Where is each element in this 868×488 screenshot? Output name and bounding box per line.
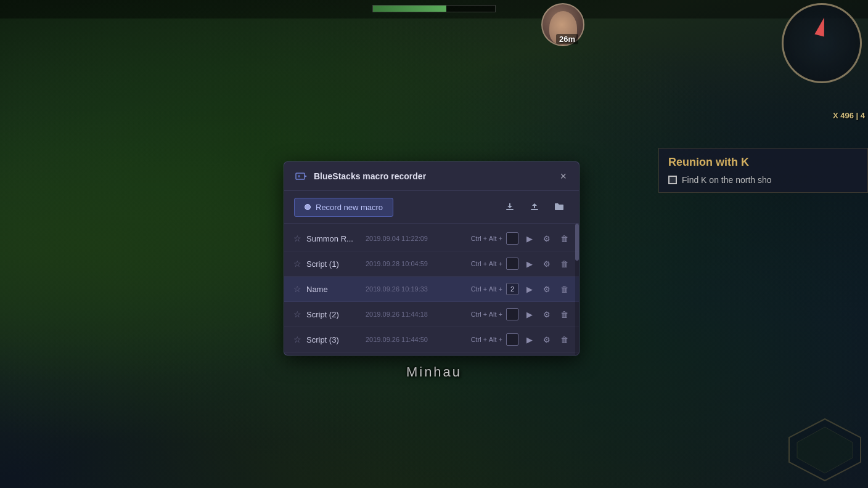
open-folder-button[interactable] <box>549 197 569 217</box>
modal-title: BlueStacks macro recorder <box>314 171 426 181</box>
macro-actions: ▶ ⚙ 🗑 <box>522 256 571 271</box>
compass-circle <box>782 3 862 83</box>
settings-button[interactable]: ⚙ <box>539 231 554 246</box>
macro-name: Summon R... <box>306 234 362 243</box>
svg-rect-6 <box>531 209 538 210</box>
compass <box>782 3 868 89</box>
progress-fill <box>373 6 446 12</box>
modal-header: BlueStacks macro recorder × <box>284 162 579 191</box>
settings-button[interactable]: ⚙ <box>539 256 554 271</box>
svg-rect-5 <box>506 209 514 210</box>
macro-key-badge[interactable] <box>506 308 518 320</box>
macro-actions: ▶ ⚙ 🗑 <box>522 282 571 296</box>
macro-actions: ▶ ⚙ 🗑 <box>522 332 571 347</box>
macro-name: Name <box>306 285 362 294</box>
quest-title: Reunion with K <box>668 156 858 169</box>
macro-shortcut: Ctrl + Alt + <box>459 285 502 293</box>
compass-arrow <box>814 16 829 36</box>
macro-name: Script (1) <box>306 259 362 269</box>
svg-point-4 <box>298 175 300 177</box>
quest-checkbox <box>668 176 677 184</box>
macro-shortcut: Ctrl + Alt + <box>459 260 502 267</box>
macro-shortcut: Ctrl + Alt + <box>459 311 502 318</box>
record-dot-icon <box>305 204 311 210</box>
quest-objective-row: Find K on the north sho <box>668 175 858 185</box>
star-icon[interactable]: ☆ <box>292 284 303 294</box>
coordinates: X 496 | 4 <box>833 111 865 120</box>
modal-icon <box>294 169 308 183</box>
progress-bar <box>372 5 496 12</box>
macro-shortcut: Ctrl + Alt + <box>459 336 502 343</box>
play-button[interactable]: ▶ <box>522 307 537 322</box>
play-button[interactable]: ▶ <box>522 256 537 271</box>
record-button-label: Record new macro <box>316 203 383 212</box>
quest-objective-text: Find K on the north sho <box>682 175 772 185</box>
star-icon[interactable]: ☆ <box>292 309 303 319</box>
settings-button[interactable]: ⚙ <box>539 282 554 296</box>
macro-key-badge[interactable]: 2 <box>506 283 518 295</box>
minimap <box>788 418 862 482</box>
macro-key-badge[interactable] <box>506 258 518 270</box>
macro-row[interactable]: ☆ Summon R... 2019.09.04 11:22:09 Ctrl +… <box>284 226 579 251</box>
modal-toolbar: Record new macro <box>284 191 579 224</box>
delete-button[interactable]: 🗑 <box>557 256 571 271</box>
settings-button[interactable]: ⚙ <box>539 332 554 347</box>
macro-row[interactable]: ☆ Script (2) 2019.09.26 11:44:18 Ctrl + … <box>284 302 579 327</box>
macro-date: 2019.09.28 10:04:59 <box>366 260 456 267</box>
delete-button[interactable]: 🗑 <box>557 231 571 246</box>
macro-date: 2019.09.26 10:19:33 <box>366 285 456 293</box>
export-macro-button[interactable] <box>525 197 544 217</box>
macro-name: Script (2) <box>306 310 362 319</box>
play-button[interactable]: ▶ <box>522 332 537 347</box>
import-macro-button[interactable] <box>500 197 520 217</box>
svg-marker-3 <box>305 175 307 177</box>
delete-button[interactable]: 🗑 <box>557 282 571 296</box>
macro-actions: ▶ ⚙ 🗑 <box>522 231 571 246</box>
star-icon[interactable]: ☆ <box>292 259 303 269</box>
close-button[interactable]: × <box>557 169 569 183</box>
play-button[interactable]: ▶ <box>522 231 537 246</box>
hud-top-bar <box>0 0 868 18</box>
macro-row[interactable]: ☆ Script (1) 2019.09.28 10:04:59 Ctrl + … <box>284 251 579 277</box>
macro-actions: ▶ ⚙ 🗑 <box>522 307 571 322</box>
macro-list: ☆ Summon R... 2019.09.04 11:22:09 Ctrl +… <box>284 224 579 355</box>
settings-button[interactable]: ⚙ <box>539 307 554 322</box>
star-icon[interactable]: ☆ <box>292 335 303 344</box>
delete-button[interactable]: 🗑 <box>557 307 571 322</box>
macro-shortcut: Ctrl + Alt + <box>459 235 502 242</box>
quest-panel: Reunion with K Find K on the north sho <box>658 148 868 193</box>
scrollbar-thumb[interactable] <box>575 224 579 261</box>
macro-key-badge[interactable] <box>506 232 518 245</box>
macro-name: Script (3) <box>306 335 362 344</box>
location-label: Minhau <box>406 364 462 380</box>
macro-row[interactable]: ☆ Name 2019.09.26 10:19:33 Ctrl + Alt + … <box>284 277 579 302</box>
macro-date: 2019.09.04 11:22:09 <box>366 235 456 242</box>
play-button[interactable]: ▶ <box>522 282 537 296</box>
macro-date: 2019.09.26 11:44:18 <box>366 311 456 318</box>
modal-header-left: BlueStacks macro recorder <box>294 169 426 183</box>
star-icon[interactable]: ☆ <box>292 234 303 243</box>
macro-recorder-modal: BlueStacks macro recorder × Record new m… <box>284 161 579 356</box>
macro-date: 2019.09.26 11:44:50 <box>366 336 456 343</box>
record-new-macro-button[interactable]: Record new macro <box>294 198 393 217</box>
toolbar-icons <box>500 197 569 217</box>
macro-key-badge[interactable] <box>506 333 518 346</box>
delete-button[interactable]: 🗑 <box>557 332 571 347</box>
distance-indicator: 26m <box>556 34 578 44</box>
macro-row[interactable]: ☆ Script (3) 2019.09.26 11:44:50 Ctrl + … <box>284 327 579 352</box>
scrollbar[interactable] <box>575 224 579 355</box>
